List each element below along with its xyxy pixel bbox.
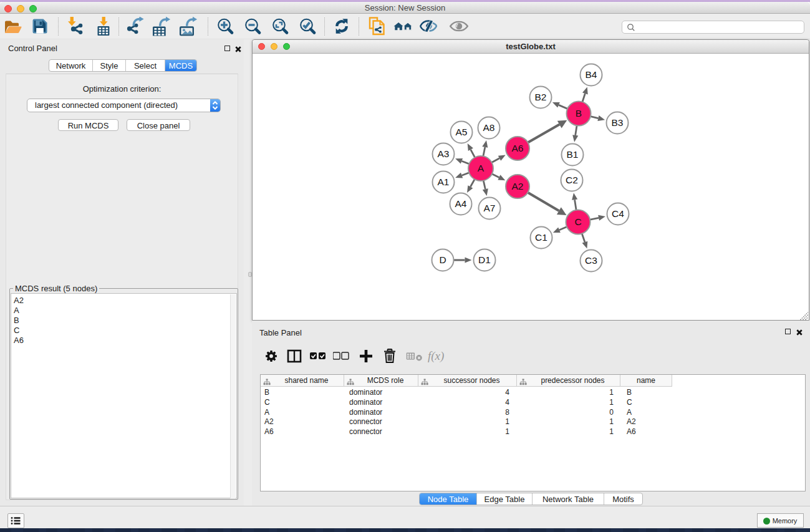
svg-text:A2: A2 [512, 181, 524, 191]
svg-text:A5: A5 [456, 127, 468, 137]
svg-text:B: B [576, 108, 582, 118]
svg-text:A1: A1 [438, 177, 450, 187]
svg-text:B1: B1 [567, 149, 579, 160]
svg-text:B2: B2 [535, 92, 547, 102]
svg-text:A7: A7 [484, 203, 496, 213]
svg-text:C1: C1 [535, 232, 547, 243]
svg-text:C: C [574, 216, 581, 227]
svg-text:C2: C2 [566, 175, 578, 185]
svg-text:C4: C4 [612, 208, 624, 219]
svg-text:C3: C3 [585, 255, 597, 266]
svg-text:A6: A6 [512, 143, 524, 153]
svg-text:D1: D1 [478, 254, 491, 265]
svg-text:D: D [439, 254, 446, 265]
svg-text:B3: B3 [612, 117, 624, 128]
svg-text:A3: A3 [438, 148, 450, 159]
svg-text:B4: B4 [586, 69, 597, 80]
svg-text:A4: A4 [455, 198, 467, 209]
svg-text:A8: A8 [483, 122, 495, 133]
svg-text:A: A [478, 163, 485, 173]
